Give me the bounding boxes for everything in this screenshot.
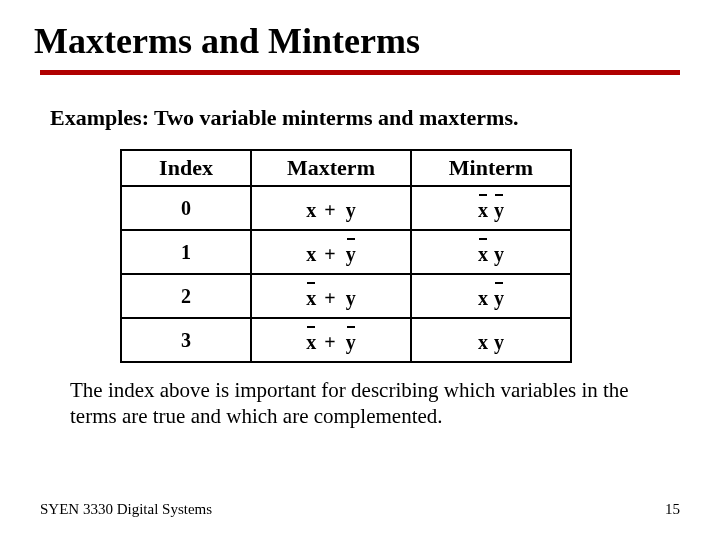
index-cell: 1 [121,230,251,274]
table-row: 1x+yxy [121,230,571,274]
minterm-cell: xy [411,186,571,230]
title-rule [40,70,680,75]
minterm-cell: xy [411,318,571,362]
maxterm-cell: x+y [251,230,411,274]
slide-title: Maxterms and Minterms [34,20,680,62]
header-minterm: Minterm [411,150,571,186]
index-cell: 3 [121,318,251,362]
table-row: 0x+yxy [121,186,571,230]
table-row: 2x+yxy [121,274,571,318]
footer-left: SYEN 3330 Digital Systems [40,501,212,518]
footer: SYEN 3330 Digital Systems 15 [40,501,680,518]
footer-right: 15 [665,501,680,518]
index-cell: 0 [121,186,251,230]
truth-table: Index Maxterm Minterm 0x+yxy1x+yxy2x+yxy… [120,149,572,363]
header-index: Index [121,150,251,186]
minterm-cell: xy [411,230,571,274]
maxterm-cell: x+y [251,274,411,318]
minterm-cell: xy [411,274,571,318]
description-text: The index above is important for describ… [70,377,670,430]
header-maxterm: Maxterm [251,150,411,186]
table-row: 3x+yxy [121,318,571,362]
index-cell: 2 [121,274,251,318]
subtitle: Examples: Two variable minterms and maxt… [50,105,680,131]
maxterm-cell: x+y [251,186,411,230]
table-wrap: Index Maxterm Minterm 0x+yxy1x+yxy2x+yxy… [120,149,680,363]
maxterm-cell: x+y [251,318,411,362]
